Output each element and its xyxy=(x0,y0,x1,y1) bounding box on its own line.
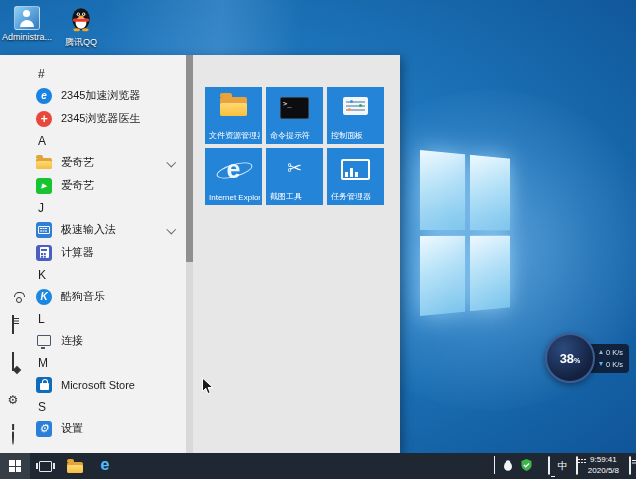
app-list-scrollbar[interactable] xyxy=(186,55,193,453)
windows-logo-pane xyxy=(420,150,465,230)
iqiyi-icon: ▶ xyxy=(36,178,52,194)
app-label: 爱奇艺 xyxy=(61,155,94,170)
settings-gear-icon: ⚙ xyxy=(36,421,52,437)
tile-grid: 文件资源管理器 >_ 命令提示符 控制面板 e Internet Explore… xyxy=(205,87,400,205)
desktop-icon-administrator[interactable]: Administra... xyxy=(2,6,52,49)
clock-time: 9:59:41 xyxy=(590,455,617,466)
rail-pictures-button[interactable] xyxy=(12,353,14,371)
tile-command-prompt[interactable]: >_ 命令提示符 xyxy=(266,87,323,144)
section-header-hash[interactable]: # xyxy=(26,63,186,84)
qq-penguin-icon xyxy=(68,6,94,34)
touch-keyboard-button[interactable] xyxy=(576,457,578,475)
usage-percent: 38 xyxy=(560,351,574,366)
app-label: 极速输入法 xyxy=(61,222,116,237)
input-method-icon xyxy=(36,222,52,238)
app-kugou-music[interactable]: K 酷狗音乐 xyxy=(26,285,186,308)
app-calculator[interactable]: 计算器 xyxy=(26,241,186,264)
desktop-icon-label: Administra... xyxy=(2,32,52,42)
tile-label: Internet Explorer xyxy=(209,193,260,202)
rail-power-button[interactable] xyxy=(12,427,14,445)
app-iqiyi[interactable]: ▶ 爱奇艺 xyxy=(26,174,186,197)
app-microsoft-store[interactable]: Microsoft Store xyxy=(26,373,186,396)
app-label: 计算器 xyxy=(61,245,94,260)
edge-icon: e xyxy=(101,457,110,473)
folder-icon xyxy=(205,94,262,116)
folder-jisu-input-method[interactable]: 极速输入法 xyxy=(26,218,186,241)
section-letter: # xyxy=(38,67,45,81)
action-center-icon xyxy=(629,456,631,475)
security-shield-icon xyxy=(521,459,532,471)
folder-iqiyi[interactable]: 爱奇艺 xyxy=(26,151,186,174)
desktop-icon-label: 腾讯QQ xyxy=(65,36,97,49)
app-label: 酷狗音乐 xyxy=(61,289,105,304)
section-letter: A xyxy=(38,134,46,148)
desktop-icons: Administra... 腾讯QQ xyxy=(2,6,106,49)
start-menu-rail: ⚙ xyxy=(0,55,26,453)
percent-sign: % xyxy=(574,357,580,364)
chevron-down-icon xyxy=(166,158,175,167)
action-center-button[interactable] xyxy=(629,457,631,475)
app-settings[interactable]: ⚙ 设置 xyxy=(26,417,186,440)
rail-bottom-buttons: ⚙ xyxy=(8,297,19,445)
security-tray-button[interactable] xyxy=(521,457,532,475)
clock-date: 2020/5/8 xyxy=(588,466,619,477)
task-view-icon xyxy=(39,461,52,472)
network-speed-widget[interactable]: 38% 0 K/s 0 K/s xyxy=(545,333,629,383)
windows-logo xyxy=(420,150,510,316)
tile-file-explorer[interactable]: 文件资源管理器 xyxy=(205,87,262,144)
folder-icon xyxy=(36,158,52,169)
section-header-s[interactable]: S xyxy=(26,396,186,417)
memory-usage-ball[interactable]: 38% xyxy=(545,333,595,383)
upload-speed: 0 K/s xyxy=(599,348,623,357)
microsoft-store-icon xyxy=(36,377,52,393)
tray-expand-button[interactable] xyxy=(494,457,495,475)
scrollbar-thumb[interactable] xyxy=(186,55,193,262)
tile-label: 文件资源管理器 xyxy=(209,130,260,141)
power-icon xyxy=(12,426,14,445)
tile-snipping-tool[interactable]: ✂ 截图工具 xyxy=(266,148,323,205)
tray-app-icon xyxy=(503,460,513,471)
section-header-l[interactable]: L xyxy=(26,308,186,329)
tile-label: 截图工具 xyxy=(270,191,321,202)
app-2345-browser-doctor[interactable]: + 2345浏览器医生 xyxy=(26,107,186,130)
picture-icon xyxy=(12,352,14,371)
tile-label: 控制面板 xyxy=(331,130,382,141)
task-manager-icon xyxy=(327,155,384,180)
desktop-icon-tencent-qq[interactable]: 腾讯QQ xyxy=(56,6,106,49)
upload-speed-value: 0 K/s xyxy=(606,348,623,357)
section-header-a[interactable]: A xyxy=(26,130,186,151)
windows-logo-pane xyxy=(470,155,510,230)
rail-settings-button[interactable]: ⚙ xyxy=(8,390,19,408)
command-prompt-icon: >_ xyxy=(266,94,323,119)
app-label: 爱奇艺 xyxy=(61,178,94,193)
tile-control-panel[interactable]: 控制面板 xyxy=(327,87,384,144)
chevron-down-icon xyxy=(166,225,175,234)
input-method-indicator[interactable]: 中 xyxy=(558,459,568,473)
connect-icon xyxy=(36,333,52,349)
start-button[interactable] xyxy=(0,453,30,479)
task-view-button[interactable] xyxy=(30,453,60,479)
start-tiles-panel: 文件资源管理器 >_ 命令提示符 控制面板 e Internet Explore… xyxy=(193,55,400,453)
file-explorer-button[interactable] xyxy=(60,453,90,479)
section-header-j[interactable]: J xyxy=(26,197,186,218)
section-header-k[interactable]: K xyxy=(26,264,186,285)
tile-label: 命令提示符 xyxy=(270,130,321,141)
app-connect[interactable]: 连接 xyxy=(26,329,186,352)
app-2345-browser[interactable]: e 2345加速浏览器 xyxy=(26,84,186,107)
rail-documents-button[interactable] xyxy=(12,316,14,334)
app-label: 2345加速浏览器 xyxy=(61,88,140,103)
section-header-m[interactable]: M xyxy=(26,352,186,373)
browser-doctor-icon: + xyxy=(36,111,52,127)
start-menu: ⚙ # e 2345加速浏览器 + 2345浏览器医生 A 爱奇艺 ▶ 爱奇艺 … xyxy=(0,55,400,453)
gear-icon: ⚙ xyxy=(8,393,19,407)
tile-internet-explorer[interactable]: e Internet Explorer xyxy=(205,148,262,205)
chevron-up-icon xyxy=(494,456,495,474)
edge-button[interactable]: e xyxy=(90,453,120,479)
tile-task-manager[interactable]: 任务管理器 xyxy=(327,148,384,205)
section-letter: S xyxy=(38,400,46,414)
network-tray-button[interactable] xyxy=(548,457,550,475)
taskbar-clock[interactable]: 9:59:41 2020/5/8 xyxy=(586,455,621,477)
app-label: 2345浏览器医生 xyxy=(61,111,140,126)
download-arrow-icon xyxy=(599,362,603,366)
tray-app-button[interactable] xyxy=(503,457,513,475)
